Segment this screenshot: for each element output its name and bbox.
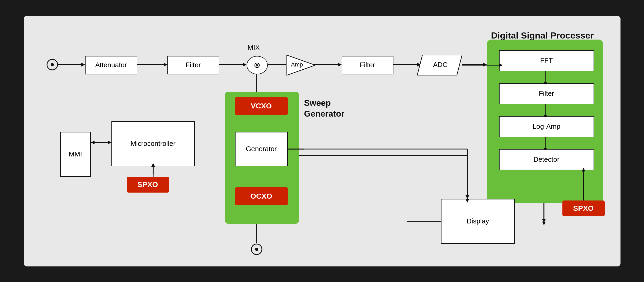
detector-block: Detector	[499, 149, 594, 170]
svg-point-0	[47, 59, 58, 70]
svg-marker-5	[164, 63, 167, 66]
svg-marker-46	[543, 148, 547, 150]
mix-label: MIX	[248, 44, 260, 52]
svg-point-27	[255, 248, 258, 251]
svg-marker-30	[108, 141, 111, 144]
spxo2-block: SPXO	[562, 200, 605, 216]
svg-marker-3	[81, 63, 85, 66]
generator-block: Generator	[235, 132, 288, 166]
svg-text:ADC: ADC	[433, 61, 448, 69]
dsp-arrows2	[541, 104, 549, 117]
svg-marker-7	[243, 63, 247, 66]
ocxo-block: OCXO	[235, 187, 288, 205]
svg-point-26	[251, 244, 262, 255]
logamp-block: Log-Amp	[499, 116, 594, 137]
fft-block: FFT	[499, 50, 594, 71]
svg-marker-15	[483, 63, 487, 66]
amp-svg: Amp	[286, 55, 315, 75]
dsp-arrows	[541, 71, 549, 84]
vcxo-block: VCXO	[235, 97, 288, 115]
spxo1-block: SPXO	[127, 177, 169, 193]
sweep-title: SweepGenerator	[304, 98, 345, 120]
mmi-block: MMI	[60, 132, 91, 177]
dsp-arrows3	[541, 137, 549, 150]
svg-marker-42	[543, 82, 547, 84]
filter3-block: Filter	[499, 83, 594, 104]
svg-marker-44	[543, 115, 547, 117]
diagram-container: MIX Attenuator Filter ⊗ Amp Filter ADC D…	[24, 16, 621, 266]
filter1-block: Filter	[167, 56, 219, 74]
svg-marker-24	[466, 195, 469, 199]
mix-block: ⊗	[247, 56, 268, 74]
svg-marker-29	[91, 141, 95, 144]
filter2-block: Filter	[342, 56, 393, 74]
adc-svg: ADC	[417, 55, 462, 75]
svg-marker-11	[338, 63, 342, 66]
svg-marker-34	[542, 219, 546, 223]
attenuator-block: Attenuator	[85, 56, 137, 74]
svg-text:Amp: Amp	[291, 61, 303, 68]
microcontroller-block: Microcontroller	[111, 121, 195, 166]
svg-point-1	[51, 63, 54, 66]
dsp-title: Digital Signal Processer	[491, 30, 594, 41]
svg-marker-55	[542, 222, 546, 225]
display-block: Display	[441, 199, 515, 244]
